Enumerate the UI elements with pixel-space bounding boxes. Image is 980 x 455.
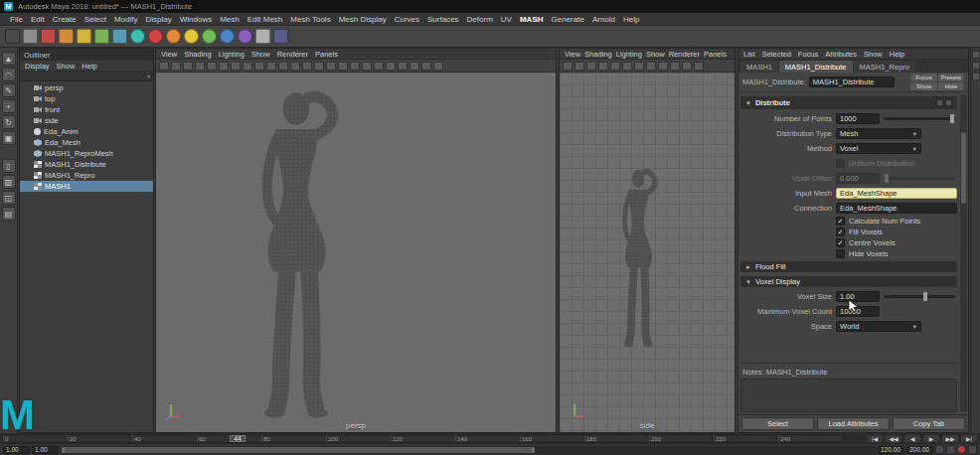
attribute-editor-menu-item[interactable]: Help (890, 50, 904, 59)
voxel-option-checkbox[interactable] (836, 249, 845, 258)
use-all-lights-icon[interactable] (362, 62, 372, 71)
viewport-menu-item[interactable]: View (161, 50, 177, 59)
outliner-row[interactable]: front (20, 104, 153, 115)
arnold-render-icon[interactable] (273, 29, 288, 44)
viewport-menu-item[interactable]: Show (646, 50, 665, 59)
menu-item[interactable]: Generate (548, 15, 588, 24)
shadows-icon[interactable] (682, 62, 692, 71)
curve-tool-icon[interactable] (23, 29, 38, 44)
time-slider-track[interactable]: 020406080100120140160180200220240 44 (2, 434, 844, 443)
move-tool[interactable]: + (2, 99, 16, 113)
tool-settings-toggle-icon[interactable] (972, 73, 980, 80)
outliner-row[interactable]: side (20, 115, 153, 126)
distribution-type-dropdown[interactable]: Mesh▼ (836, 128, 921, 139)
attribute-editor-menu-item[interactable]: Attributes (825, 50, 857, 59)
grease-pencil-icon[interactable] (231, 62, 241, 71)
layout-persp-outliner[interactable]: ◫ (2, 191, 16, 205)
voxel-size-slider[interactable] (884, 295, 955, 298)
preset-icon[interactable] (936, 99, 943, 106)
range-slider-handle[interactable] (62, 447, 535, 453)
step-back-button[interactable]: ◀◀ (885, 434, 902, 443)
play-forwards-button[interactable]: ▶ (922, 434, 940, 443)
cube-primitive-icon[interactable] (77, 29, 91, 44)
shelf-tab-arrow-icon[interactable] (5, 29, 20, 44)
safe-action-icon[interactable] (302, 62, 312, 71)
voxel-option-checkbox[interactable] (836, 228, 845, 236)
sphere-primitive-icon[interactable] (59, 29, 74, 44)
playback-options-icon[interactable] (946, 445, 955, 454)
range-slider-track[interactable] (61, 446, 876, 454)
step-forward-button[interactable]: ▶▶ (941, 434, 959, 443)
viewport-menu-item[interactable]: Lighting (219, 50, 245, 59)
layout-single-pane[interactable]: ▯ (2, 159, 16, 173)
outliner-row[interactable]: MASH1 (20, 181, 153, 192)
attribute-editor-menu-item[interactable]: Show (864, 50, 883, 59)
character-set-menu-icon[interactable] (935, 445, 944, 454)
image-plane-icon[interactable] (207, 62, 217, 71)
scale-tool[interactable]: ▣ (2, 131, 16, 145)
cylinder-primitive-icon[interactable] (94, 29, 109, 44)
shaded-icon[interactable] (646, 62, 656, 71)
mash-blue-ball-icon[interactable] (220, 29, 235, 44)
textured-icon[interactable] (658, 62, 668, 71)
lock-camera-icon[interactable] (574, 62, 584, 71)
animation-preferences-icon[interactable] (968, 445, 977, 454)
voxel-option-checkbox[interactable] (836, 217, 845, 226)
attribute-editor-scrollbar[interactable] (960, 94, 967, 412)
mash-green-ball-icon[interactable] (202, 29, 217, 44)
menu-item[interactable]: Create (49, 15, 81, 24)
isolate-select-icon[interactable] (433, 62, 443, 71)
menu-item[interactable]: Help (619, 15, 643, 24)
layout-four-pane[interactable]: ▥ (2, 175, 16, 189)
select-tool[interactable]: ▲ (2, 52, 16, 66)
gate-mask-icon[interactable] (278, 62, 288, 71)
outliner-row[interactable]: Eda_Anim (20, 126, 153, 137)
number-of-points-slider[interactable] (884, 117, 955, 120)
voxel-offset-slider[interactable] (884, 177, 955, 180)
playback-start-field[interactable]: 1.00 (32, 446, 59, 454)
playback-end-field[interactable]: 120.00 (878, 446, 904, 454)
uniform-distribution-checkbox[interactable] (836, 159, 845, 168)
mash-yellow-ball-icon[interactable] (184, 29, 199, 44)
footer-button[interactable]: Select (741, 417, 814, 430)
footer-button[interactable]: Load Attributes (817, 417, 890, 430)
viewport-menu-item[interactable]: Panels (704, 50, 727, 59)
expand-all-icon[interactable] (945, 99, 952, 106)
space-dropdown[interactable]: World▼ (836, 321, 921, 332)
go-to-start-button[interactable]: |◀ (866, 434, 884, 443)
menu-item[interactable]: Curves (391, 15, 423, 24)
attribute-editor-menu-item[interactable]: Focus (798, 50, 818, 59)
mash-network-icon[interactable] (130, 29, 145, 44)
voxel-display-section-header[interactable]: ▼ Voxel Display (740, 276, 957, 287)
menu-item[interactable]: Mesh (216, 15, 244, 24)
ambient-occlusion-icon[interactable] (386, 62, 396, 71)
menu-item[interactable]: MASH (516, 15, 548, 24)
resolution-gate-icon[interactable] (610, 62, 620, 71)
outliner-menu-item[interactable]: Help (82, 62, 96, 71)
presets-button[interactable]: Presets (938, 74, 964, 81)
outliner-menu-item[interactable]: Display (25, 62, 50, 71)
viewport-menu-item[interactable]: Lighting (616, 50, 642, 59)
outliner-row[interactable]: persp (20, 82, 153, 93)
focus-button[interactable]: Focus (910, 74, 936, 81)
viewport-side-canvas[interactable]: side (560, 73, 735, 432)
plane-primitive-icon[interactable] (112, 29, 127, 44)
voxel-offset-input[interactable]: 0.000 (836, 173, 880, 184)
menu-item[interactable]: Mesh Tools (286, 15, 334, 24)
menu-item[interactable]: Deform (463, 15, 497, 24)
menu-item[interactable]: Mesh Display (335, 15, 391, 24)
attribute-editor-toggle-icon[interactable] (972, 62, 980, 70)
attribute-editor-tab[interactable]: MASH1_Distribute (779, 61, 853, 73)
grid-icon[interactable] (243, 62, 252, 71)
rotate-tool[interactable]: ↻ (2, 115, 16, 129)
viewport-menu-item[interactable]: Renderer (669, 50, 700, 59)
camera-attributes-icon[interactable] (183, 62, 193, 71)
viewport-menu-item[interactable]: Renderer (277, 50, 308, 59)
menu-item[interactable]: Edit (27, 15, 49, 24)
motion-blur-icon[interactable] (398, 62, 408, 71)
viewport-menu-item[interactable]: Shading (584, 50, 612, 59)
animation-start-field[interactable]: 1.00 (3, 446, 30, 454)
animation-end-field[interactable]: 200.00 (906, 446, 933, 454)
select-camera-icon[interactable] (563, 62, 572, 71)
lock-camera-icon[interactable] (171, 62, 181, 71)
